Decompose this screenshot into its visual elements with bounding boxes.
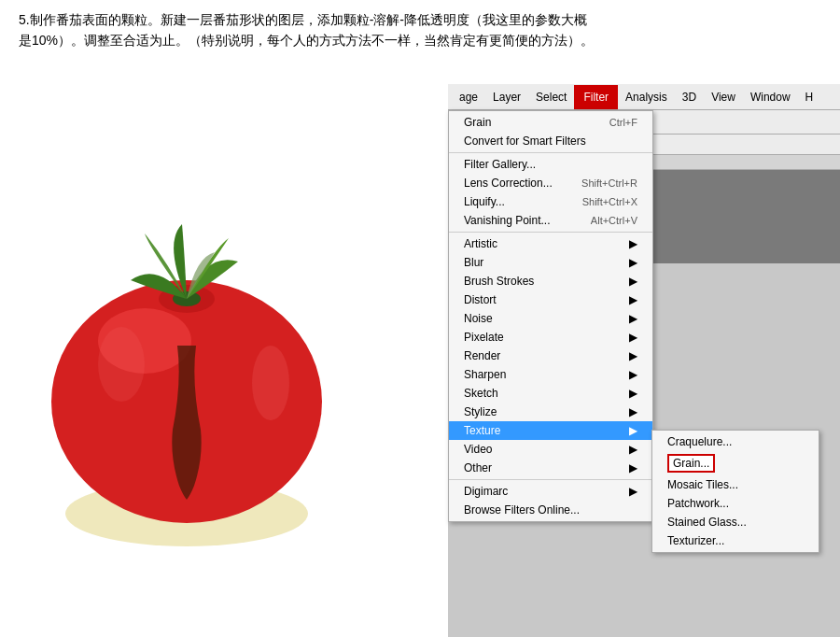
menu-stylize[interactable]: Stylize ▶ <box>449 403 652 421</box>
menu-video[interactable]: Video ▶ <box>449 440 652 459</box>
menu-artistic[interactable]: Artistic ▶ <box>449 234 652 253</box>
menu-3d[interactable]: 3D <box>675 87 704 107</box>
tomato-illustration <box>0 93 448 637</box>
menu-browse-filters[interactable]: Browse Filters Online... <box>449 501 652 519</box>
menu-convert-smart[interactable]: Convert for Smart Filters <box>449 132 652 150</box>
instruction-text: 5.制作番茄表面的颗粒。新建一层番茄形状的图层，添加颗粒-溶解-降低透明度（我这… <box>19 9 821 51</box>
menu-lens-correction[interactable]: Lens Correction... Shift+Ctrl+R <box>449 174 652 192</box>
menu-layer[interactable]: Layer <box>485 87 528 107</box>
photoshop-window: age Layer Select Filter Analysis 3D View… <box>448 84 840 637</box>
svg-point-6 <box>98 327 145 402</box>
filter-dropdown-container: Grain Ctrl+F Convert for Smart Filters F… <box>448 110 653 522</box>
menu-vanishing-point[interactable]: Vanishing Point... Alt+Ctrl+V <box>449 211 652 230</box>
submenu-grain[interactable]: Grain... <box>652 451 819 475</box>
menu-window[interactable]: Window <box>743 87 798 107</box>
svg-point-5 <box>252 346 289 420</box>
filter-categories-section: Artistic ▶ Blur ▶ Brush Strokes ▶ Distor… <box>449 233 652 480</box>
texture-submenu: Craquelure... Grain... Mosaic Tiles... P… <box>651 430 819 553</box>
menu-pixelate[interactable]: Pixelate ▶ <box>449 328 652 347</box>
menu-sharpen[interactable]: Sharpen ▶ <box>449 365 652 384</box>
menu-age[interactable]: age <box>452 87 485 107</box>
submenu-patchwork[interactable]: Patchwork... <box>652 494 819 513</box>
menu-texture[interactable]: Texture ▶ <box>449 421 652 440</box>
submenu-craquelure[interactable]: Craquelure... <box>652 432 819 451</box>
submenu-stained-glass[interactable]: Stained Glass... <box>652 513 819 531</box>
filter-bottom-section: Digimarc ▶ Browse Filters Online... <box>449 480 652 521</box>
menu-other[interactable]: Other ▶ <box>449 459 652 477</box>
menu-sketch[interactable]: Sketch ▶ <box>449 384 652 403</box>
submenu-texturizer[interactable]: Texturizer... <box>652 531 819 550</box>
menu-grain[interactable]: Grain Ctrl+F <box>449 113 652 132</box>
filter-top-section: Grain Ctrl+F Convert for Smart Filters <box>449 111 652 153</box>
filter-main-menu: Grain Ctrl+F Convert for Smart Filters F… <box>448 110 653 522</box>
menu-noise[interactable]: Noise ▶ <box>449 309 652 328</box>
menu-filter[interactable]: Filter <box>574 85 618 109</box>
menu-brush-strokes[interactable]: Brush Strokes ▶ <box>449 272 652 290</box>
instruction-line2: 是10%）。调整至合适为止。（特别说明，每个人的方式方法不一样，当然肯定有更简便… <box>19 30 821 50</box>
menu-select[interactable]: Select <box>528 87 574 107</box>
menu-bar: age Layer Select Filter Analysis 3D View… <box>448 84 840 110</box>
menu-render[interactable]: Render ▶ <box>449 347 652 365</box>
submenu-mosaic-tiles[interactable]: Mosaic Tiles... <box>652 475 819 494</box>
menu-view[interactable]: View <box>704 87 743 107</box>
menu-liquify[interactable]: Liquify... Shift+Ctrl+X <box>449 192 652 211</box>
menu-h[interactable]: H <box>798 87 821 107</box>
filter-special-section: Filter Gallery... Lens Correction... Shi… <box>449 153 652 233</box>
instruction-line1: 5.制作番茄表面的颗粒。新建一层番茄形状的图层，添加颗粒-溶解-降低透明度（我这… <box>19 9 821 30</box>
menu-blur[interactable]: Blur ▶ <box>449 253 652 272</box>
menu-digimarc[interactable]: Digimarc ▶ <box>449 482 652 501</box>
menu-filter-gallery[interactable]: Filter Gallery... <box>449 155 652 174</box>
menu-analysis[interactable]: Analysis <box>618 87 675 107</box>
menu-distort[interactable]: Distort ▶ <box>449 290 652 309</box>
